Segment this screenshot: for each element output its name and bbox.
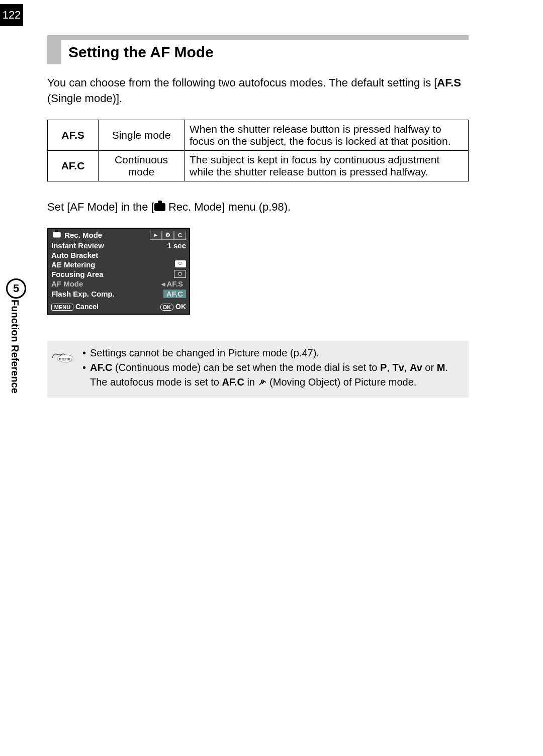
lcd-header: Rec. Mode ▸ ⚙ C [48, 229, 189, 241]
moving-object-icon [258, 376, 267, 391]
camera-icon [53, 232, 60, 237]
cancel-label: Cancel [75, 303, 99, 311]
ok-label: OK [175, 303, 186, 311]
setup-tab-icon: ⚙ [162, 231, 174, 240]
menu-row-ae-metering: AE Metering [51, 260, 186, 269]
lead-text-2: (Single mode)]. [47, 92, 122, 105]
memo-box: memo • Settings cannot be changed in Pic… [47, 341, 469, 398]
playback-tab-icon: ▸ [150, 231, 162, 240]
chapter-number-badge: 5 [6, 278, 26, 299]
lead-paragraph: You can choose from the following two au… [47, 75, 469, 107]
bold-m: M [437, 362, 445, 373]
menu-row-auto-bracket: Auto Bracket [51, 250, 186, 260]
page-title: Setting the AF Mode [61, 40, 221, 64]
table-row: AF.C Continuous mode The subject is kept… [48, 150, 469, 181]
custom-tab-icon: C [174, 231, 186, 240]
metering-icon [175, 260, 186, 267]
camera-icon [154, 203, 165, 211]
t: , [404, 362, 410, 373]
cancel-hint: MENUCancel [51, 303, 99, 311]
t: , [387, 362, 392, 373]
memo-text: AF.C (Continuous mode) can be set when t… [90, 360, 463, 391]
set-text-pre: Set [AF Mode] in the [ [47, 201, 154, 213]
header-rule [47, 35, 469, 40]
afc-dropdown-option: AF.C [163, 290, 186, 298]
t: or [422, 362, 437, 373]
table-row: AF.S Single mode When the shutter releas… [48, 120, 469, 150]
ok-button-icon: OK [160, 304, 174, 311]
memo-bullet: • AF.C (Continuous mode) can be set when… [82, 360, 463, 391]
lcd-tabs: ▸ ⚙ C [150, 231, 186, 240]
menu-item-label: Instant Review [51, 241, 104, 250]
set-text-post: Rec. Mode] menu (p.98). [165, 201, 291, 213]
bold-afc: AF.C [90, 362, 112, 373]
menu-item-label: AF Mode [51, 279, 83, 289]
menu-item-label: Flash Exp. Comp. [51, 290, 115, 298]
svg-text:memo: memo [59, 356, 71, 361]
ok-hint: OKOK [160, 303, 187, 311]
chapter-label: Function Reference [9, 300, 21, 394]
t: in [244, 376, 258, 388]
bold-av: Av [410, 362, 422, 373]
bold-tv: Tv [392, 362, 404, 373]
menu-button-icon: MENU [51, 304, 73, 311]
content: You can choose from the following two au… [47, 75, 469, 398]
bullet-dot: • [82, 346, 86, 360]
lead-bold: AF.S [437, 76, 461, 89]
mode-desc-cell: The subject is kept in focus by continuo… [185, 150, 469, 181]
manual-page: 122 Setting the AF Mode 5 Function Refer… [0, 0, 543, 756]
lcd-footer: MENUCancel OKOK [48, 300, 189, 314]
memo-icon: memo [50, 346, 75, 364]
heading-bar [47, 40, 61, 64]
lcd-menu-body: Instant Review 1 sec Auto Bracket AE Met… [48, 241, 189, 300]
menu-item-label: AE Metering [51, 260, 96, 269]
lcd-screen: Rec. Mode ▸ ⚙ C Instant Review 1 sec Aut… [47, 228, 190, 315]
heading-block: Setting the AF Mode [47, 40, 221, 64]
menu-row-af-mode: AF Mode ◂AF.S [51, 279, 186, 289]
memo-bullet: • Settings cannot be changed in Picture … [82, 346, 463, 360]
focus-area-icon [174, 270, 186, 278]
mode-name-cell: Single mode [99, 120, 185, 150]
af-mode-table: AF.S Single mode When the shutter releas… [47, 120, 469, 181]
t: (Continuous mode) can be set when the mo… [112, 362, 380, 373]
bullet-dot: • [82, 360, 86, 391]
bold-p: P [380, 362, 387, 373]
lcd-title-text: Rec. Mode [64, 231, 102, 239]
instruction-line: Set [AF Mode] in the [ Rec. Mode] menu (… [47, 201, 469, 214]
mode-cell: AF.S [48, 120, 99, 150]
af-mode-selected: ◂AF.S [160, 279, 186, 289]
memo-text: Settings cannot be changed in Picture mo… [90, 346, 319, 360]
menu-item-label: Focusing Area [51, 270, 104, 278]
memo-list: • Settings cannot be changed in Picture … [82, 346, 463, 391]
mode-cell: AF.C [48, 150, 99, 181]
af-mode-value: AF.S [166, 279, 183, 288]
mode-name-cell: Continuous mode [99, 150, 185, 181]
left-arrow-icon: ◂ [161, 279, 165, 288]
t: (Moving Object) of Picture mode. [267, 376, 417, 388]
menu-row-flash: Flash Exp. Comp. AF.C [51, 289, 186, 299]
menu-row-instant-review: Instant Review 1 sec [51, 241, 186, 250]
bold-afc2: AF.C [222, 376, 244, 388]
mode-desc-cell: When the shutter release button is press… [185, 120, 469, 150]
lcd-title: Rec. Mode [51, 231, 102, 239]
page-number: 122 [0, 4, 23, 26]
menu-item-label: Auto Bracket [51, 251, 98, 259]
lcd-screenshot: Rec. Mode ▸ ⚙ C Instant Review 1 sec Aut… [47, 228, 469, 315]
menu-row-focusing-area: Focusing Area [51, 269, 186, 279]
lead-text-1: You can choose from the following two au… [47, 76, 437, 89]
menu-item-value: 1 sec [167, 241, 186, 250]
